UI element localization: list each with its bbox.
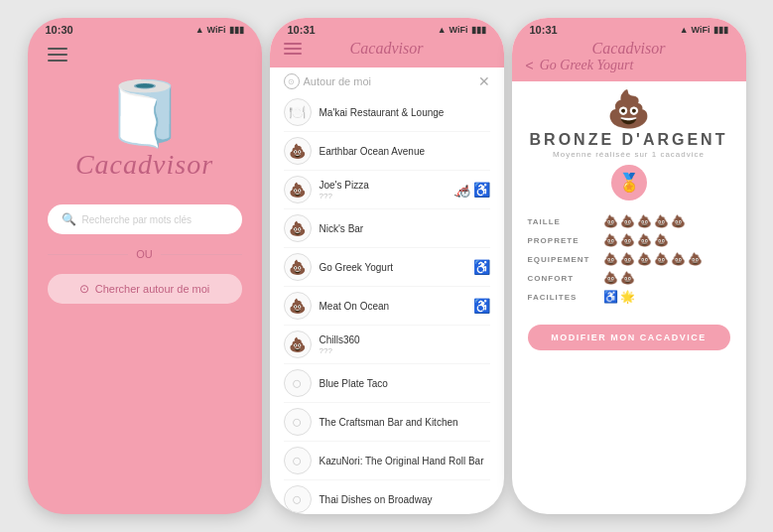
phone3-status-bar: 10:31 ▲ WiFi ▮▮▮	[512, 18, 746, 38]
phone1-content: 🧻 Cacadvisor 🔍 Recherche par mots clés O…	[28, 38, 262, 514]
hamburger-menu[interactable]	[48, 48, 67, 62]
list-item[interactable]: ○ KazuNori: The Original Hand Roll Bar	[284, 442, 490, 480]
rating-icon: 💩	[603, 233, 618, 247]
phone2-header: Cacadvisor	[270, 38, 504, 67]
battery-icon: ▮▮▮	[471, 25, 486, 35]
list-item[interactable]: ○ Blue Plate Taco	[284, 364, 490, 403]
detail-logo-area: 💩 BRONZE D'ARGENT Moyenne réalisée sur 1…	[512, 81, 746, 206]
detail-title: Go Greek Yogurt	[540, 58, 634, 73]
rest-info: Earthbar Ocean Avenue	[320, 145, 490, 158]
rating-icon: 💩	[671, 252, 686, 266]
rest-badges: 🦽 ♿	[453, 182, 490, 198]
phone1-status-icons: ▲ WiFi ▮▮▮	[195, 25, 244, 35]
search-icon: 🔍	[62, 212, 76, 226]
rest-name: Chills360	[320, 333, 490, 346]
rest-name: Go Greek Yogurt	[320, 261, 465, 274]
rating-label-taille: TAILLE	[528, 217, 595, 226]
list-item[interactable]: 💩 Meat On Ocean ♿	[284, 287, 490, 326]
rest-icon: 💩	[284, 292, 312, 320]
rating-icon: 💩	[620, 252, 635, 266]
rating-icon: 💩	[620, 214, 635, 228]
phone3-status-icons: ▲ WiFi ▮▮▮	[680, 25, 728, 35]
rating-icons-proprete: 💩 💩 💩 💩	[603, 233, 669, 247]
rest-name: Meat On Ocean	[320, 300, 465, 313]
rest-info: Ma'kai Restaurant & Lounge	[320, 106, 490, 119]
poop-emoji: 💩	[606, 91, 651, 127]
rating-label-confort: CONFORT	[528, 274, 595, 283]
phone1-status-bar: 10:30 ▲ WiFi ▮▮▮	[28, 18, 262, 38]
close-button[interactable]: ✕	[478, 73, 490, 89]
hamburger-line	[48, 54, 67, 56]
award-icon: 🏅	[618, 172, 640, 194]
divider-left	[48, 254, 129, 255]
list-item[interactable]: ○ Thai Dishes on Broadway	[284, 480, 490, 514]
rating-row-facilites: FACILITES ♿ 🌟	[528, 290, 730, 304]
rest-info: Thai Dishes on Broadway	[320, 493, 490, 506]
divider-right	[161, 254, 242, 255]
nearby-label: ⊙ Autour de moi	[284, 73, 371, 89]
hamburger-line	[48, 60, 67, 62]
header-hamburger[interactable]	[284, 43, 302, 55]
rating-icons-confort: 💩 💩	[603, 271, 635, 285]
rating-icons-equipement: 💩 💩 💩 💩 💩 💩	[603, 252, 703, 266]
phone3-nav: < Go Greek Yogurt	[526, 58, 732, 73]
hamburger-line	[284, 43, 302, 45]
badge-star-icon: 🌟	[620, 290, 635, 304]
phone3-app-title: Cacadvisor	[592, 40, 666, 57]
phone2-time: 10:31	[288, 24, 316, 36]
list-item[interactable]: 💩 Chills360 ???	[284, 326, 490, 364]
list-item[interactable]: 💩 Earthbar Ocean Avenue	[284, 132, 490, 171]
badge-wheelchair: ♿	[473, 259, 490, 275]
phone3-time: 10:31	[530, 24, 558, 36]
rest-name: Thai Dishes on Broadway	[320, 493, 490, 506]
battery-icon: ▮▮▮	[229, 25, 244, 35]
rest-info: KazuNori: The Original Hand Roll Bar	[320, 455, 490, 467]
rest-info: Nick's Bar	[320, 222, 490, 235]
rest-name: The Craftsman Bar and Kitchen	[320, 416, 490, 429]
rating-icon: 💩	[654, 214, 669, 228]
rest-sub: ???	[320, 346, 490, 355]
rating-icon: 💩	[654, 233, 669, 247]
list-item[interactable]: 💩 Go Greek Yogurt ♿	[284, 248, 490, 287]
phone3-header: Cacadvisor < Go Greek Yogurt	[512, 38, 746, 81]
rating-row-taille: TAILLE 💩 💩 💩 💩 💩	[528, 214, 730, 228]
rest-name: Nick's Bar	[320, 222, 490, 235]
list-item[interactable]: 💩 Joe's Pizza ??? 🦽 ♿	[284, 171, 490, 209]
battery-icon: ▮▮▮	[713, 25, 728, 35]
rest-badges: ♿	[473, 259, 490, 275]
award-badge: 🏅	[611, 165, 647, 200]
rest-icon: ○	[284, 369, 312, 397]
rating-icon: 💩	[637, 233, 652, 247]
location-button[interactable]: ⊙ Chercher autour de moi	[48, 274, 242, 304]
search-box[interactable]: 🔍 Recherche par mots clés	[48, 204, 242, 234]
back-button[interactable]: <	[526, 58, 534, 73]
list-item[interactable]: 🍽️ Ma'kai Restaurant & Lounge	[284, 93, 490, 132]
rest-icon: ○	[284, 447, 312, 474]
app-logo: Cacadvisor	[75, 149, 213, 181]
rating-icon: 💩	[603, 214, 618, 228]
rest-icon: 🍽️	[284, 98, 312, 126]
rest-badges: ♿	[473, 298, 490, 314]
rating-row-proprete: PROPRETE 💩 💩 💩 💩	[528, 233, 730, 247]
nearby-row: ⊙ Autour de moi ✕	[270, 67, 504, 93]
list-item[interactable]: 💩 Nick's Bar	[284, 209, 490, 248]
rest-sub: ???	[320, 192, 446, 200]
rating-icon: 💩	[620, 271, 635, 285]
modify-button[interactable]: MODIFIER MON CACADVICE	[528, 325, 730, 350]
signal-icon: ▲	[438, 25, 447, 35]
divider-row: OU	[48, 248, 242, 260]
restaurant-list: 🍽️ Ma'kai Restaurant & Lounge 💩 Earthbar…	[270, 93, 504, 514]
ratings-section: TAILLE 💩 💩 💩 💩 💩 PROPRETE 💩 💩 💩 💩	[512, 206, 746, 317]
toilet-roll-emoji: 🧻	[105, 81, 185, 145]
badge-accessible: 🦽	[453, 182, 470, 198]
hamburger-line	[48, 48, 67, 50]
list-item[interactable]: ○ The Craftsman Bar and Kitchen	[284, 403, 490, 442]
rest-info: Meat On Ocean	[320, 300, 465, 313]
rating-icons-taille: 💩 💩 💩 💩 💩	[603, 214, 686, 228]
rest-icon: 💩	[284, 214, 312, 242]
bronze-subtitle: Moyenne réalisée sur 1 cacadvice	[553, 150, 705, 159]
nearby-circle-icon: ⊙	[284, 73, 300, 89]
rest-name: Blue Plate Taco	[320, 377, 490, 390]
badge-wheelchair: ♿	[473, 182, 490, 198]
phones-container: 10:30 ▲ WiFi ▮▮▮ 🧻 Cacadvisor 🔍 Recherch…	[18, 8, 756, 524]
